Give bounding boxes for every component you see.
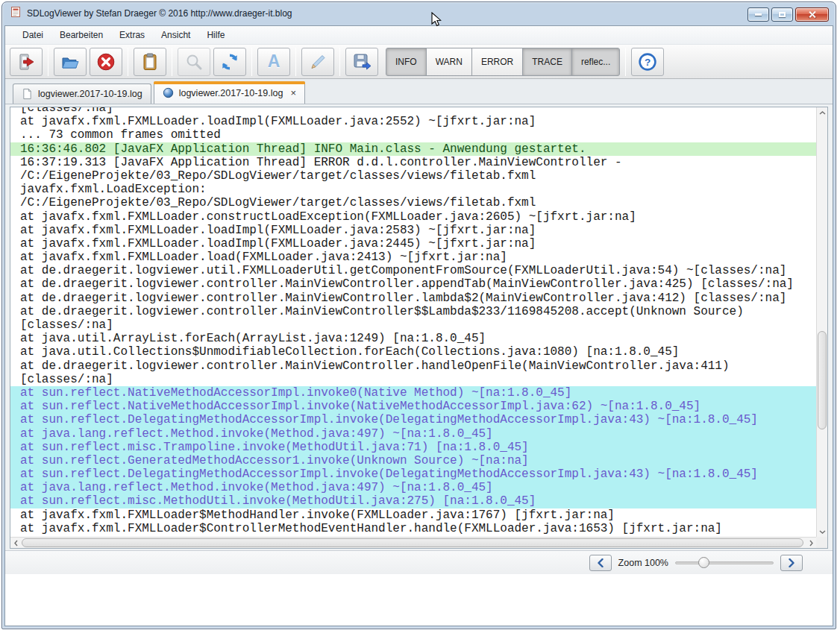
log-line: at de.draegerit.logviewer.controller.Mai…: [10, 359, 816, 373]
paste-button[interactable]: [134, 48, 166, 76]
log-line: at de.draegerit.logviewer.util.FXMLLoade…: [10, 264, 816, 277]
vertical-scroll-thumb[interactable]: [818, 331, 827, 429]
maximize-button[interactable]: [771, 7, 793, 22]
log-level-filters: INFOWARNERRORTRACEreflec...: [386, 48, 620, 76]
log-line: [classes/:na]: [10, 107, 816, 115]
paste-icon: [140, 52, 160, 72]
content-area: [classes/:na]at javafx.fxml.FXMLLoader.l…: [5, 104, 833, 550]
chevron-right-icon: [809, 540, 813, 547]
open-file-button[interactable]: [54, 48, 87, 76]
log-line: at javafx.fxml.FXMLLoader.loadImpl(FXMLL…: [10, 237, 816, 251]
scroll-up-button[interactable]: [817, 107, 828, 118]
filter-info-button[interactable]: INFO: [386, 48, 427, 76]
font-button[interactable]: A: [257, 48, 290, 76]
log-line: /C:/EigeneProjekte/03_Repo/SDLogViewer/t…: [10, 169, 816, 183]
zoom-in-button[interactable]: [780, 555, 803, 571]
app-document-icon: [10, 6, 22, 21]
tab-strip: logviewer.2017-10-19.loglogviewer.2017-1…: [5, 79, 833, 104]
filter-error-button[interactable]: ERROR: [471, 48, 523, 76]
toolbar-separator: [128, 48, 128, 76]
log-line: at java.lang.reflect.Method.invoke(Metho…: [10, 481, 816, 494]
scrollbar-corner: [816, 537, 827, 548]
tab-close-icon[interactable]: ×: [290, 88, 296, 98]
log-line: at sun.reflect.GeneratedMethodAccessor1.…: [10, 454, 816, 467]
log-lines: [classes/:na]at javafx.fxml.FXMLLoader.l…: [10, 107, 816, 535]
help-button[interactable]: ?: [631, 48, 664, 76]
toolbar-separator: [251, 48, 252, 76]
exit-icon: [16, 52, 36, 72]
log-viewport[interactable]: [classes/:na]at javafx.fxml.FXMLLoader.l…: [10, 107, 816, 537]
log-line: at sun.reflect.misc.MethodUtil.invoke(Me…: [10, 494, 816, 508]
window-controls: [747, 7, 829, 22]
log-line: at javafx.fxml.FXMLLoader$ControllerMeth…: [10, 522, 816, 535]
log-line: at java.util.Collections$UnmodifiableCol…: [10, 345, 816, 359]
chevron-down-icon: [819, 530, 826, 534]
toolbar-separator: [172, 48, 172, 76]
scroll-left-button[interactable]: [10, 538, 21, 549]
help-icon: ?: [638, 52, 657, 72]
cancel-icon: [96, 52, 116, 72]
zoom-slider[interactable]: [675, 557, 774, 569]
zoom-slider-thumb[interactable]: [698, 557, 709, 568]
menu-item-hilfe[interactable]: Hilfe: [198, 27, 233, 43]
vertical-scrollbar[interactable]: [816, 107, 827, 537]
scroll-down-button[interactable]: [817, 526, 828, 537]
filter-reflec-button[interactable]: reflec...: [571, 48, 620, 76]
tab-2[interactable]: logviewer.2017-10-19.log×: [154, 81, 305, 104]
document-icon: [22, 88, 33, 100]
log-line: 16:36:46.802 [JavaFX Application Thread]…: [10, 142, 816, 156]
log-line: 16:37:19.313 [JavaFX Application Thread]…: [10, 156, 816, 169]
menu-item-bearbeiten[interactable]: Bearbeiten: [51, 27, 111, 43]
menu-item-ansicht[interactable]: Ansicht: [153, 27, 198, 43]
log-line: at de.draegerit.logviewer.controller.Mai…: [10, 292, 816, 305]
close-file-button[interactable]: [90, 48, 122, 76]
highlight-button[interactable]: [301, 48, 334, 76]
export-button[interactable]: [345, 48, 378, 76]
log-line: [classes/:na]: [10, 318, 816, 332]
exit-button[interactable]: [10, 48, 43, 76]
toolbar-separator: [48, 48, 48, 76]
open-folder-icon: [60, 52, 80, 72]
maximize-icon: [779, 12, 786, 17]
log-line: at javafx.fxml.FXMLLoader$MethodHandler.…: [10, 508, 816, 522]
log-line: [classes/:na]: [10, 373, 816, 386]
horizontal-scrollbar[interactable]: [10, 537, 816, 548]
tab-1[interactable]: logviewer.2017-10-19.log: [13, 84, 151, 104]
log-line: at javafx.fxml.FXMLLoader.load(FXMLLoade…: [10, 251, 816, 264]
log-line: at de.draegerit.logviewer.controller.Mai…: [10, 277, 816, 291]
filter-warn-button[interactable]: WARN: [426, 48, 472, 76]
scroll-right-button[interactable]: [806, 538, 816, 549]
title-bar[interactable]: SDLogViewer by Stefan Draeger © 2016 htt…: [2, 2, 836, 25]
minimize-button[interactable]: [747, 7, 769, 22]
zoom-bar: Zoom 100%: [5, 550, 833, 574]
edit-icon: [308, 52, 327, 72]
horizontal-scroll-thumb[interactable]: [22, 538, 803, 547]
log-text-area[interactable]: [classes/:na]at javafx.fxml.FXMLLoader.l…: [10, 107, 828, 549]
chevron-right-icon: [788, 558, 795, 567]
toolbar-separator: [625, 48, 626, 76]
log-line: at de.draegerit.logviewer.controller.Mai…: [10, 305, 816, 318]
toolbar: A INFOWARNERRORTRACEreflec... ?: [5, 45, 833, 79]
log-line: at javafx.fxml.FXMLLoader.loadImpl(FXMLL…: [10, 224, 816, 237]
refresh-button[interactable]: [213, 48, 246, 76]
log-line: at sun.reflect.misc.Trampoline.invoke(Me…: [10, 441, 816, 454]
log-line: at javafx.fxml.FXMLLoader.loadImpl(FXMLL…: [10, 115, 816, 128]
zoom-slider-track[interactable]: [675, 561, 774, 564]
log-line: at sun.reflect.DelegatingMethodAccessorI…: [10, 467, 816, 481]
log-line: ... 73 common frames omitted: [10, 128, 816, 142]
client-area: DateiBearbeitenExtrasAnsichtHilfe A INFO…: [4, 25, 833, 626]
filter-trace-button[interactable]: TRACE: [522, 48, 572, 76]
tab-label: logviewer.2017-10-19.log: [179, 88, 283, 98]
minimize-icon: [755, 13, 762, 16]
toolbar-separator: [295, 48, 296, 76]
close-button[interactable]: [795, 7, 829, 22]
menu-item-datei[interactable]: Datei: [14, 27, 51, 43]
menu-item-extras[interactable]: Extras: [111, 27, 153, 43]
search-icon: [184, 52, 204, 72]
window-title: SDLogViewer by Stefan Draeger © 2016 htt…: [27, 8, 292, 19]
zoom-out-button[interactable]: [589, 555, 612, 571]
log-line: javafx.fxml.LoadException:: [10, 183, 816, 196]
refresh-icon: [220, 52, 239, 72]
chevron-left-icon: [14, 540, 18, 547]
save-icon: [352, 52, 372, 72]
